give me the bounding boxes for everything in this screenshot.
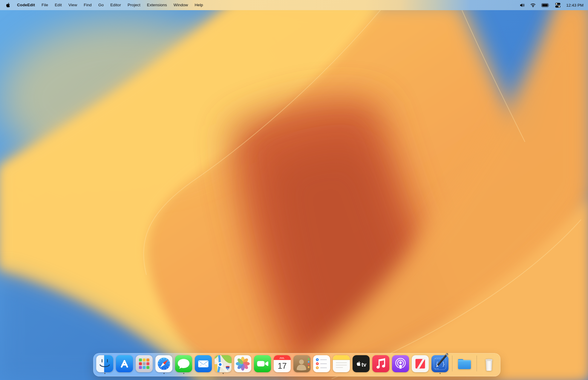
dock-icon-mail[interactable] [195, 355, 212, 372]
calendar-app-icon: JUL 17 [274, 355, 291, 372]
contacts-app-icon [293, 355, 310, 372]
wallpaper-image [0, 0, 588, 380]
codeedit-app-icon: { } [431, 355, 448, 372]
photos-app-icon [234, 355, 251, 372]
menu-file[interactable]: File [38, 0, 51, 10]
dock: 280 [93, 353, 500, 376]
menu-bar-status: 12:43 PM [519, 0, 588, 10]
dock-icon-facetime[interactable] [254, 355, 271, 372]
calendar-month: JUL [280, 357, 285, 359]
menu-bar-menus: CodeEdit File Edit View Find Go Editor P… [0, 0, 206, 10]
menu-editor[interactable]: Editor [107, 0, 124, 10]
dock-divider [452, 356, 452, 371]
folder-icon [456, 355, 473, 372]
volume-icon[interactable] [519, 0, 525, 10]
tv-app-icon: tv [353, 355, 370, 372]
dock-icon-music[interactable] [372, 355, 389, 372]
menu-find[interactable]: Find [80, 0, 95, 10]
mail-app-icon [195, 355, 212, 372]
menu-edit[interactable]: Edit [51, 0, 65, 10]
menu-window[interactable]: Window [170, 0, 192, 10]
menu-extensions[interactable]: Extensions [144, 0, 170, 10]
menu-help[interactable]: Help [191, 0, 206, 10]
control-center-icon[interactable] [555, 0, 561, 10]
tv-label: tv [362, 362, 366, 368]
dock-icon-trash[interactable] [480, 355, 497, 372]
news-app-icon [412, 355, 429, 372]
desktop: CodeEdit File Edit View Find Go Editor P… [0, 0, 588, 380]
trash-icon [480, 355, 497, 372]
apple-menu[interactable] [6, 0, 14, 10]
menu-app-name[interactable]: CodeEdit [14, 0, 38, 10]
dock-divider [477, 356, 477, 371]
battery-icon[interactable] [541, 0, 549, 10]
dock-icon-launchpad[interactable] [136, 355, 153, 372]
dock-icon-tv[interactable]: tv [353, 355, 370, 372]
notes-app-icon [333, 355, 350, 372]
menu-view[interactable]: View [65, 0, 80, 10]
facetime-app-icon [254, 355, 271, 372]
dock-icon-contacts[interactable] [293, 355, 310, 372]
dock-icon-photos[interactable] [234, 355, 251, 372]
running-indicator [440, 373, 441, 374]
menu-bar-clock[interactable]: 12:43 PM [566, 3, 584, 7]
messages-app-icon [175, 355, 192, 372]
dock-icon-downloads-folder[interactable] [456, 355, 473, 372]
dock-icon-messages[interactable] [175, 355, 192, 372]
wifi-icon[interactable] [530, 0, 536, 10]
reminders-app-icon [313, 355, 330, 372]
apple-icon [6, 2, 10, 8]
dock-icon-maps[interactable]: 280 [215, 355, 232, 372]
dock-icon-calendar[interactable]: JUL 17 [274, 355, 291, 372]
menu-bar: CodeEdit File Edit View Find Go Editor P… [0, 0, 588, 10]
dock-icon-safari[interactable] [155, 355, 172, 372]
dock-icon-reminders[interactable] [313, 355, 330, 372]
app-store-app-icon [116, 355, 133, 372]
dock-icon-news[interactable] [412, 355, 429, 372]
safari-app-icon [155, 355, 172, 372]
dock-icon-app-store[interactable] [116, 355, 133, 372]
menu-go[interactable]: Go [95, 0, 107, 10]
launchpad-app-icon [136, 355, 153, 372]
running-indicator [183, 373, 184, 374]
calendar-day: 17 [278, 361, 287, 370]
dock-icon-podcasts[interactable] [392, 355, 409, 372]
dock-icon-finder[interactable] [96, 355, 113, 372]
finder-app-icon [96, 355, 113, 372]
menu-project[interactable]: Project [124, 0, 144, 10]
svg-text:280: 280 [226, 368, 229, 370]
music-app-icon [372, 355, 389, 372]
running-indicator [163, 373, 165, 374]
maps-app-icon: 280 [215, 355, 232, 372]
dock-icon-notes[interactable] [333, 355, 350, 372]
running-indicator [104, 373, 105, 374]
running-indicator [223, 373, 224, 374]
dock-icon-codeedit[interactable]: { } [431, 355, 448, 372]
podcasts-app-icon [392, 355, 409, 372]
